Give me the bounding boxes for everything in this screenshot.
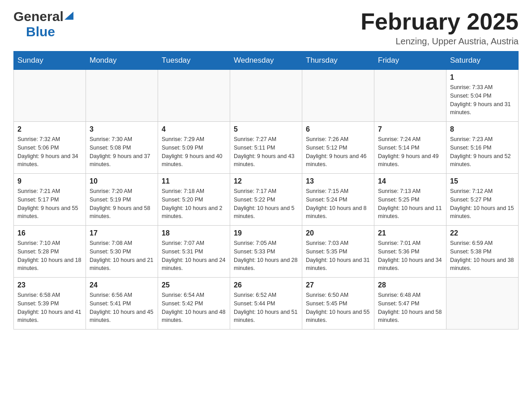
location-title: Lenzing, Upper Austria, Austria bbox=[360, 36, 519, 47]
calendar-day-cell: 11Sunrise: 7:18 AM Sunset: 5:20 PM Dayli… bbox=[158, 174, 230, 226]
weekday-header-tuesday: Tuesday bbox=[158, 51, 230, 70]
svg-marker-0 bbox=[64, 12, 73, 20]
day-number: 2 bbox=[17, 125, 82, 133]
weekday-header-sunday: Sunday bbox=[14, 51, 86, 70]
day-number: 4 bbox=[162, 125, 226, 133]
day-number: 6 bbox=[306, 125, 370, 133]
day-number: 13 bbox=[306, 177, 370, 185]
day-number: 7 bbox=[378, 125, 442, 133]
calendar-day-cell bbox=[86, 70, 158, 122]
day-info: Sunrise: 7:05 AM Sunset: 5:33 PM Dayligh… bbox=[234, 239, 298, 273]
day-info: Sunrise: 6:58 AM Sunset: 5:39 PM Dayligh… bbox=[17, 291, 82, 325]
day-info: Sunrise: 6:56 AM Sunset: 5:41 PM Dayligh… bbox=[90, 291, 154, 325]
logo-blue-text: Blue bbox=[26, 24, 55, 39]
day-number: 15 bbox=[450, 177, 515, 185]
day-info: Sunrise: 7:15 AM Sunset: 5:24 PM Dayligh… bbox=[306, 187, 370, 221]
day-info: Sunrise: 7:24 AM Sunset: 5:14 PM Dayligh… bbox=[378, 135, 442, 169]
day-number: 21 bbox=[378, 229, 442, 237]
day-number: 3 bbox=[90, 125, 154, 133]
calendar-day-cell: 27Sunrise: 6:50 AM Sunset: 5:45 PM Dayli… bbox=[302, 278, 374, 330]
month-title: February 2025 bbox=[360, 9, 519, 34]
day-info: Sunrise: 7:20 AM Sunset: 5:19 PM Dayligh… bbox=[90, 187, 154, 221]
calendar-day-cell: 12Sunrise: 7:17 AM Sunset: 5:22 PM Dayli… bbox=[230, 174, 302, 226]
calendar-day-cell: 19Sunrise: 7:05 AM Sunset: 5:33 PM Dayli… bbox=[230, 226, 302, 278]
weekday-header-thursday: Thursday bbox=[302, 51, 374, 70]
weekday-header-wednesday: Wednesday bbox=[230, 51, 302, 70]
logo-general-text: General bbox=[13, 9, 64, 24]
day-number: 26 bbox=[234, 281, 298, 289]
day-number: 23 bbox=[17, 281, 82, 289]
day-number: 24 bbox=[90, 281, 154, 289]
calendar-day-cell: 21Sunrise: 7:01 AM Sunset: 5:36 PM Dayli… bbox=[374, 226, 446, 278]
day-number: 22 bbox=[450, 229, 515, 237]
day-number: 20 bbox=[306, 229, 370, 237]
calendar-week-row: 23Sunrise: 6:58 AM Sunset: 5:39 PM Dayli… bbox=[14, 278, 519, 330]
day-number: 10 bbox=[90, 177, 154, 185]
calendar-day-cell: 23Sunrise: 6:58 AM Sunset: 5:39 PM Dayli… bbox=[14, 278, 86, 330]
calendar-day-cell: 10Sunrise: 7:20 AM Sunset: 5:19 PM Dayli… bbox=[86, 174, 158, 226]
calendar-day-cell: 26Sunrise: 6:52 AM Sunset: 5:44 PM Dayli… bbox=[230, 278, 302, 330]
calendar-day-cell: 17Sunrise: 7:08 AM Sunset: 5:30 PM Dayli… bbox=[86, 226, 158, 278]
day-info: Sunrise: 7:07 AM Sunset: 5:31 PM Dayligh… bbox=[162, 239, 226, 273]
calendar-day-cell: 22Sunrise: 6:59 AM Sunset: 5:38 PM Dayli… bbox=[446, 226, 519, 278]
calendar-day-cell: 8Sunrise: 7:23 AM Sunset: 5:16 PM Daylig… bbox=[446, 122, 519, 174]
day-info: Sunrise: 6:48 AM Sunset: 5:47 PM Dayligh… bbox=[378, 291, 442, 325]
day-number: 16 bbox=[17, 229, 82, 237]
day-number: 11 bbox=[162, 177, 226, 185]
calendar-day-cell: 4Sunrise: 7:29 AM Sunset: 5:09 PM Daylig… bbox=[158, 122, 230, 174]
calendar-day-cell: 6Sunrise: 7:26 AM Sunset: 5:12 PM Daylig… bbox=[302, 122, 374, 174]
day-number: 28 bbox=[378, 281, 442, 289]
day-number: 1 bbox=[450, 73, 515, 81]
calendar-week-row: 1Sunrise: 7:33 AM Sunset: 5:04 PM Daylig… bbox=[14, 70, 519, 122]
calendar-day-cell bbox=[446, 278, 519, 330]
calendar-day-cell: 7Sunrise: 7:24 AM Sunset: 5:14 PM Daylig… bbox=[374, 122, 446, 174]
day-info: Sunrise: 6:59 AM Sunset: 5:38 PM Dayligh… bbox=[450, 239, 515, 273]
day-number: 5 bbox=[234, 125, 298, 133]
day-number: 27 bbox=[306, 281, 370, 289]
calendar-day-cell bbox=[374, 70, 446, 122]
calendar-day-cell: 3Sunrise: 7:30 AM Sunset: 5:08 PM Daylig… bbox=[86, 122, 158, 174]
calendar-day-cell: 5Sunrise: 7:27 AM Sunset: 5:11 PM Daylig… bbox=[230, 122, 302, 174]
calendar-day-cell: 13Sunrise: 7:15 AM Sunset: 5:24 PM Dayli… bbox=[302, 174, 374, 226]
day-info: Sunrise: 7:08 AM Sunset: 5:30 PM Dayligh… bbox=[90, 239, 154, 273]
title-block: February 2025 Lenzing, Upper Austria, Au… bbox=[360, 9, 519, 47]
calendar-day-cell: 18Sunrise: 7:07 AM Sunset: 5:31 PM Dayli… bbox=[158, 226, 230, 278]
day-info: Sunrise: 7:03 AM Sunset: 5:35 PM Dayligh… bbox=[306, 239, 370, 273]
day-info: Sunrise: 7:13 AM Sunset: 5:25 PM Dayligh… bbox=[378, 187, 442, 221]
calendar-week-row: 16Sunrise: 7:10 AM Sunset: 5:28 PM Dayli… bbox=[14, 226, 519, 278]
day-info: Sunrise: 7:26 AM Sunset: 5:12 PM Dayligh… bbox=[306, 135, 370, 169]
calendar-day-cell bbox=[158, 70, 230, 122]
calendar-day-cell: 24Sunrise: 6:56 AM Sunset: 5:41 PM Dayli… bbox=[86, 278, 158, 330]
day-number: 14 bbox=[378, 177, 442, 185]
calendar-day-cell: 14Sunrise: 7:13 AM Sunset: 5:25 PM Dayli… bbox=[374, 174, 446, 226]
calendar-day-cell: 28Sunrise: 6:48 AM Sunset: 5:47 PM Dayli… bbox=[374, 278, 446, 330]
calendar-day-cell: 16Sunrise: 7:10 AM Sunset: 5:28 PM Dayli… bbox=[14, 226, 86, 278]
calendar-day-cell bbox=[230, 70, 302, 122]
calendar-header-row: SundayMondayTuesdayWednesdayThursdayFrid… bbox=[14, 51, 519, 70]
day-number: 8 bbox=[450, 125, 515, 133]
calendar-day-cell: 15Sunrise: 7:12 AM Sunset: 5:27 PM Dayli… bbox=[446, 174, 519, 226]
page-header: General Blue February 2025 Lenzing, Uppe… bbox=[13, 9, 519, 47]
day-info: Sunrise: 7:17 AM Sunset: 5:22 PM Dayligh… bbox=[234, 187, 298, 221]
weekday-header-saturday: Saturday bbox=[446, 51, 519, 70]
calendar-day-cell bbox=[14, 70, 86, 122]
logo-arrow-icon bbox=[64, 10, 73, 21]
day-number: 17 bbox=[90, 229, 154, 237]
day-info: Sunrise: 7:23 AM Sunset: 5:16 PM Dayligh… bbox=[450, 135, 515, 169]
weekday-header-monday: Monday bbox=[86, 51, 158, 70]
day-info: Sunrise: 7:10 AM Sunset: 5:28 PM Dayligh… bbox=[17, 239, 82, 273]
calendar-day-cell: 25Sunrise: 6:54 AM Sunset: 5:42 PM Dayli… bbox=[158, 278, 230, 330]
day-info: Sunrise: 7:30 AM Sunset: 5:08 PM Dayligh… bbox=[90, 135, 154, 169]
day-info: Sunrise: 7:18 AM Sunset: 5:20 PM Dayligh… bbox=[162, 187, 226, 221]
day-info: Sunrise: 6:54 AM Sunset: 5:42 PM Dayligh… bbox=[162, 291, 226, 325]
day-info: Sunrise: 7:29 AM Sunset: 5:09 PM Dayligh… bbox=[162, 135, 226, 169]
day-number: 12 bbox=[234, 177, 298, 185]
day-info: Sunrise: 7:12 AM Sunset: 5:27 PM Dayligh… bbox=[450, 187, 515, 221]
calendar-day-cell: 9Sunrise: 7:21 AM Sunset: 5:17 PM Daylig… bbox=[14, 174, 86, 226]
calendar-week-row: 2Sunrise: 7:32 AM Sunset: 5:06 PM Daylig… bbox=[14, 122, 519, 174]
day-info: Sunrise: 7:21 AM Sunset: 5:17 PM Dayligh… bbox=[17, 187, 82, 221]
weekday-header-friday: Friday bbox=[374, 51, 446, 70]
calendar-day-cell: 20Sunrise: 7:03 AM Sunset: 5:35 PM Dayli… bbox=[302, 226, 374, 278]
day-info: Sunrise: 7:33 AM Sunset: 5:04 PM Dayligh… bbox=[450, 83, 515, 117]
day-info: Sunrise: 7:32 AM Sunset: 5:06 PM Dayligh… bbox=[17, 135, 82, 169]
